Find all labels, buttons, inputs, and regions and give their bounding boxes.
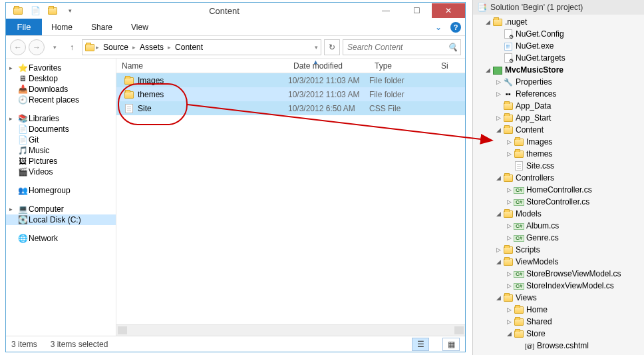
tree-item[interactable]: ▷C#Album.cs (473, 220, 644, 232)
tree-item[interactable]: ◢ViewModels (473, 256, 644, 268)
tree-item[interactable]: ▷NuGet.exe (473, 40, 644, 52)
tree-item[interactable]: ▷C#HomeController.cs (473, 184, 644, 196)
caret-closed-icon[interactable]: ▷ (494, 91, 502, 97)
file-row[interactable]: Images10/3/2012 11:03 AMFile folder (116, 73, 465, 87)
caret-closed-icon[interactable]: ▷ (494, 246, 502, 253)
caret-closed-icon[interactable]: ▷ (505, 198, 513, 205)
tree-item[interactable]: ▷Scripts (473, 244, 644, 256)
caret-open-icon[interactable]: ◢ (505, 330, 513, 337)
search-box[interactable]: 🔍 (343, 39, 461, 55)
caret-open-icon[interactable]: ◢ (494, 258, 502, 265)
search-input[interactable] (347, 43, 448, 52)
bc-content[interactable]: Content (172, 43, 206, 52)
sidebar-item-videos[interactable]: 🎬Videos (6, 167, 116, 177)
tree-item[interactable]: ◢.nuget (473, 16, 644, 28)
tree-item[interactable]: ◢Models (473, 208, 644, 220)
sidebar-homegroup[interactable]: ▸👥Homegroup (6, 185, 116, 196)
sidebar-network[interactable]: ▸🌐Network (6, 233, 116, 244)
caret-closed-icon[interactable]: ▷ (505, 186, 513, 193)
forward-button[interactable]: → (29, 39, 45, 55)
tree-item[interactable]: ▷⚙NuGet.Config (473, 28, 644, 40)
tree-item[interactable]: ▷Shared (473, 316, 644, 328)
tree-item[interactable]: ▷App_Data (473, 100, 644, 112)
qat-chevron-icon[interactable]: ▾ (62, 3, 78, 18)
caret-closed-icon[interactable]: ▷ (505, 139, 513, 145)
help-icon[interactable]: ? (450, 22, 461, 33)
tree-item[interactable]: ▷[@]Browse.cshtml (473, 340, 644, 352)
chevron-right-icon[interactable]: ▸ (168, 44, 171, 51)
tree-item[interactable]: ▷Home (473, 304, 644, 316)
bc-assets[interactable]: Assets (137, 43, 166, 52)
tab-share[interactable]: Share (82, 19, 122, 35)
caret-open-icon[interactable]: ◢ (484, 19, 492, 25)
sidebar-item-desktop[interactable]: 🖥Desktop (6, 73, 116, 84)
caret-closed-icon[interactable]: ▷ (494, 79, 502, 85)
expand-ribbon-icon[interactable]: ⌄ (430, 19, 446, 35)
qat-explorer-icon[interactable] (10, 3, 26, 18)
sidebar-item-pictures[interactable]: 🖼Pictures (6, 156, 116, 167)
minimize-button[interactable] (371, 3, 401, 18)
sidebar-favorites[interactable]: ▸⭐Favorites (6, 63, 116, 73)
bc-source[interactable]: Source (100, 43, 131, 52)
sidebar-item-git[interactable]: 📄Git (6, 135, 116, 145)
sidebar-libraries[interactable]: ▸📚Libraries (6, 113, 116, 124)
caret-open-icon[interactable]: ◢ (494, 210, 502, 217)
tree-item[interactable]: ◢Store (473, 328, 644, 340)
file-row[interactable]: themes10/3/2012 11:03 AMFile folder (116, 87, 465, 101)
caret-closed-icon[interactable]: ▷ (494, 115, 502, 121)
tab-view[interactable]: View (122, 19, 158, 35)
tab-home[interactable]: Home (42, 19, 82, 35)
caret-closed-icon[interactable]: ▷ (505, 306, 513, 313)
caret-closed-icon[interactable]: ▷ (505, 282, 513, 289)
refresh-button[interactable]: ↻ (324, 39, 340, 55)
tree-item[interactable]: ▷C#StoreController.cs (473, 196, 644, 208)
chevron-right-icon[interactable]: ▸ (132, 44, 136, 51)
file-row[interactable]: Site10/3/2012 6:50 AMCSS File (116, 101, 465, 115)
col-type[interactable]: Type (369, 61, 436, 71)
caret-closed-icon[interactable]: ▷ (505, 234, 513, 241)
col-size[interactable]: Si (436, 61, 465, 71)
sidebar-computer[interactable]: ▸💻Computer (6, 204, 116, 214)
history-dropdown-icon[interactable]: ▾ (47, 44, 62, 51)
tree-item[interactable]: ◢Controllers (473, 172, 644, 184)
tree-item[interactable]: ▷C#Genre.cs (473, 232, 644, 244)
tree-item[interactable]: ▷Images (473, 136, 644, 148)
sidebar-item-recent[interactable]: 🕘Recent places (6, 95, 116, 105)
caret-closed-icon[interactable]: ▷ (505, 270, 513, 277)
details-view-button[interactable]: ☰ (412, 338, 429, 351)
sidebar-item-local-disk[interactable]: 💽Local Disk (C:) (6, 214, 116, 225)
tree-item[interactable]: ◢Views (473, 292, 644, 304)
sidebar-item-documents[interactable]: 📄Documents (6, 124, 116, 135)
breadcrumb[interactable]: ▸ Source ▸ Assets ▸ Content ▾ (82, 39, 321, 55)
tree-item[interactable]: ◢Content (473, 124, 644, 136)
chevron-down-icon[interactable]: ▾ (315, 44, 318, 51)
caret-closed-icon[interactable]: ▷ (505, 151, 513, 157)
up-button[interactable]: ↑ (65, 43, 79, 52)
solution-root[interactable]: 📑 Solution 'Begin' (1 project) (473, 0, 644, 15)
tree-item[interactable]: ◢MvcMusicStore (473, 64, 644, 76)
tree-item[interactable]: ▷themes (473, 148, 644, 160)
maximize-button[interactable] (401, 3, 432, 18)
back-button[interactable]: ← (10, 39, 26, 55)
caret-open-icon[interactable]: ◢ (494, 294, 502, 301)
caret-open-icon[interactable]: ◢ (484, 67, 492, 73)
sidebar-item-downloads[interactable]: 📥Downloads (6, 84, 116, 95)
tree-item[interactable]: ▷▪▪References (473, 88, 644, 100)
tree-item[interactable]: ▷App_Start (473, 112, 644, 124)
caret-closed-icon[interactable]: ▷ (505, 222, 513, 229)
caret-open-icon[interactable]: ◢ (494, 127, 502, 133)
tree-item[interactable]: ▷🔧Properties (473, 76, 644, 88)
file-tab[interactable]: File (6, 19, 42, 35)
tree-item[interactable]: ▷⚙NuGet.targets (473, 52, 644, 64)
col-date[interactable]: Date modified (288, 61, 369, 71)
tree-item[interactable]: ▷Site.css (473, 160, 644, 172)
qat-open-icon[interactable] (45, 3, 61, 18)
tree-item[interactable]: ▷C#StoreBrowseViewModel.cs (473, 268, 644, 280)
thumbnails-view-button[interactable]: ▦ (442, 338, 460, 351)
tree-item[interactable]: ▷C#StoreIndexViewModel.cs (473, 280, 644, 292)
qat-properties-icon[interactable]: 📄 (27, 3, 43, 18)
sidebar-item-music[interactable]: 🎵Music (6, 145, 116, 156)
col-name[interactable]: Name (116, 61, 288, 71)
chevron-right-icon[interactable]: ▸ (96, 44, 99, 51)
h-scrollbar[interactable] (116, 324, 465, 336)
